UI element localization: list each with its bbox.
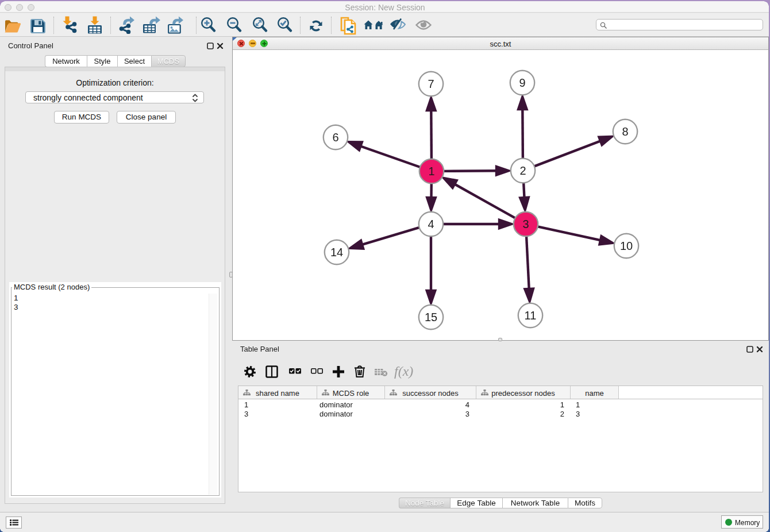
svg-text:9: 9 [519,76,525,89]
svg-text:15: 15 [425,311,437,323]
svg-text:2: 2 [519,164,526,177]
svg-text:1: 1 [428,165,434,178]
svg-text:11: 11 [525,309,537,322]
svg-text:6: 6 [332,131,338,144]
svg-text:10: 10 [620,240,633,252]
svg-text:8: 8 [622,125,628,138]
svg-text:4: 4 [428,218,434,230]
svg-text:14: 14 [330,246,343,259]
svg-text:7: 7 [428,78,434,90]
svg-text:3: 3 [522,218,529,230]
